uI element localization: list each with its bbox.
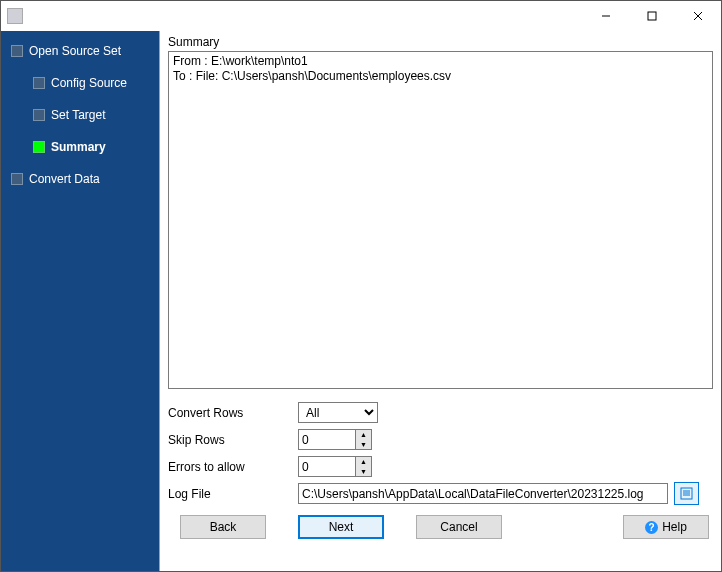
next-button[interactable]: Next xyxy=(298,515,384,539)
errors-input[interactable] xyxy=(298,456,356,477)
sidebar-item-label: Convert Data xyxy=(29,172,100,186)
sidebar-item-config-source[interactable]: Config Source xyxy=(1,70,159,96)
summary-textbox[interactable]: From : E:\work\temp\nto1 To : File: C:\U… xyxy=(168,51,713,389)
step-box-icon xyxy=(33,109,45,121)
sidebar: Open Source Set Config Source Set Target… xyxy=(1,31,159,571)
titlebar xyxy=(1,1,721,31)
content-area: Summary From : E:\work\temp\nto1 To : Fi… xyxy=(159,31,721,571)
convert-rows-select[interactable]: All xyxy=(298,402,378,423)
app-icon xyxy=(7,8,23,24)
step-box-icon xyxy=(11,173,23,185)
summary-to-line: To : File: C:\Users\pansh\Documents\empl… xyxy=(173,69,708,84)
errors-down-button[interactable]: ▼ xyxy=(356,467,371,477)
help-icon: ? xyxy=(645,521,658,534)
log-file-label: Log File xyxy=(168,487,298,501)
step-box-icon xyxy=(33,77,45,89)
sidebar-item-label: Open Source Set xyxy=(29,44,121,58)
help-button[interactable]: ? Help xyxy=(623,515,709,539)
document-icon xyxy=(680,487,693,500)
skip-rows-input[interactable] xyxy=(298,429,356,450)
back-button[interactable]: Back xyxy=(180,515,266,539)
sidebar-item-set-target[interactable]: Set Target xyxy=(1,102,159,128)
minimize-button[interactable] xyxy=(583,1,629,31)
button-row: Back Next Cancel ? Help xyxy=(160,507,721,547)
log-file-input[interactable] xyxy=(298,483,668,504)
summary-from-line: From : E:\work\temp\nto1 xyxy=(173,54,708,69)
window: Open Source Set Config Source Set Target… xyxy=(0,0,722,572)
skip-rows-up-button[interactable]: ▲ xyxy=(356,430,371,440)
step-box-icon xyxy=(11,45,23,57)
sidebar-item-open-source-set[interactable]: Open Source Set xyxy=(1,38,159,64)
summary-title: Summary xyxy=(168,35,713,49)
close-button[interactable] xyxy=(675,1,721,31)
sidebar-item-convert-data[interactable]: Convert Data xyxy=(1,166,159,192)
step-box-icon xyxy=(33,141,45,153)
options-form: Convert Rows All Skip Rows ▲ ▼ xyxy=(168,399,713,507)
errors-label: Errors to allow xyxy=(168,460,298,474)
svg-rect-1 xyxy=(648,12,656,20)
maximize-button[interactable] xyxy=(629,1,675,31)
cancel-button[interactable]: Cancel xyxy=(416,515,502,539)
log-file-browse-button[interactable] xyxy=(674,482,699,505)
window-controls xyxy=(583,1,721,31)
skip-rows-down-button[interactable]: ▼ xyxy=(356,440,371,450)
errors-up-button[interactable]: ▲ xyxy=(356,457,371,467)
sidebar-item-summary[interactable]: Summary xyxy=(1,134,159,160)
sidebar-item-label: Set Target xyxy=(51,108,105,122)
sidebar-item-label: Config Source xyxy=(51,76,127,90)
sidebar-item-label: Summary xyxy=(51,140,106,154)
convert-rows-label: Convert Rows xyxy=(168,406,298,420)
skip-rows-label: Skip Rows xyxy=(168,433,298,447)
